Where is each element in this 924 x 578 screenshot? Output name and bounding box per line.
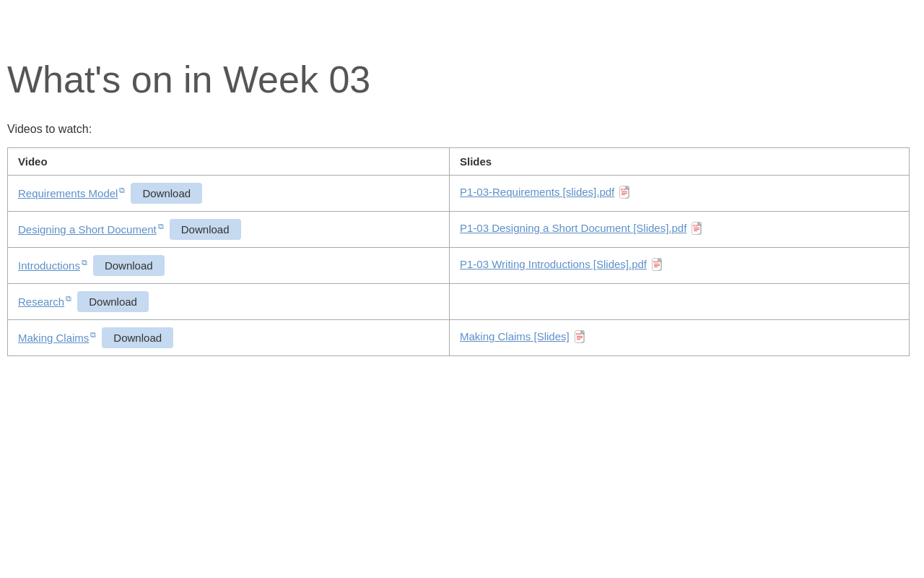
- table-row: Introductions⧉DownloadP1-03 Writing Intr…: [8, 248, 910, 284]
- content-table: Video Slides Requirements Model⧉Download…: [7, 147, 910, 356]
- video-link[interactable]: Introductions: [18, 259, 80, 272]
- pdf-icon: PDF: [570, 330, 588, 342]
- download-button[interactable]: Download: [131, 183, 202, 204]
- external-link-icon: ⧉: [82, 258, 87, 267]
- svg-rect-20: [577, 336, 583, 337]
- svg-rect-15: [654, 265, 660, 266]
- svg-rect-4: [622, 194, 625, 195]
- svg-rect-22: [577, 339, 580, 340]
- slides-cell: Making Claims [Slides] PDF: [450, 320, 910, 356]
- svg-text:PDF: PDF: [576, 333, 582, 336]
- subtitle: Videos to watch:: [7, 123, 910, 136]
- col-header-slides: Slides: [450, 148, 910, 176]
- slides-link[interactable]: P1-03 Writing Introductions [Slides].pdf: [460, 258, 647, 270]
- col-header-video: Video: [8, 148, 450, 176]
- slides-cell: P1-03 Designing a Short Document [Slides…: [450, 212, 910, 248]
- table-row: Research⧉Download: [8, 284, 910, 320]
- pdf-icon: PDF: [687, 222, 705, 234]
- external-link-icon: ⧉: [119, 186, 125, 194]
- video-link[interactable]: Research: [18, 296, 64, 308]
- svg-text:PDF: PDF: [621, 189, 627, 191]
- slides-cell: [450, 284, 910, 320]
- svg-rect-8: [694, 228, 699, 228]
- table-row: Making Claims⧉DownloadMaking Claims [Sli…: [8, 320, 910, 356]
- video-link[interactable]: Making Claims: [18, 332, 89, 344]
- video-cell: Introductions⧉Download: [8, 248, 450, 284]
- video-link[interactable]: Requirements Model: [18, 187, 118, 199]
- external-link-icon: ⧉: [158, 222, 164, 230]
- svg-rect-16: [654, 267, 658, 267]
- svg-rect-14: [654, 264, 660, 264]
- svg-rect-21: [577, 337, 583, 338]
- slides-link[interactable]: P1-03 Designing a Short Document [Slides…: [460, 222, 687, 234]
- download-button[interactable]: Download: [102, 327, 173, 348]
- external-link-icon: ⧉: [90, 330, 96, 339]
- table-row: Requirements Model⧉DownloadP1-03-Require…: [8, 176, 910, 212]
- external-link-icon: ⧉: [66, 294, 71, 303]
- slides-link[interactable]: P1-03-Requirements [slides].pdf: [460, 186, 614, 198]
- download-button[interactable]: Download: [77, 291, 149, 312]
- svg-text:PDF: PDF: [693, 225, 699, 228]
- pdf-icon: PDF: [614, 186, 633, 198]
- download-button[interactable]: Download: [93, 255, 165, 276]
- svg-rect-3: [622, 193, 627, 194]
- slides-link[interactable]: Making Claims [Slides]: [460, 330, 570, 342]
- video-cell: Research⧉Download: [8, 284, 450, 320]
- video-cell: Making Claims⧉Download: [8, 320, 450, 356]
- video-cell: Designing a Short Document⧉Download: [8, 212, 450, 248]
- svg-rect-10: [694, 230, 697, 231]
- svg-rect-2: [622, 191, 627, 192]
- slides-cell: P1-03 Writing Introductions [Slides].pdf…: [450, 248, 910, 284]
- svg-rect-9: [694, 229, 699, 230]
- svg-text:PDF: PDF: [653, 261, 659, 264]
- pdf-icon: PDF: [647, 258, 666, 270]
- video-cell: Requirements Model⧉Download: [8, 176, 450, 212]
- slides-cell: P1-03-Requirements [slides].pdf PDF: [450, 176, 910, 212]
- table-row: Designing a Short Document⧉DownloadP1-03…: [8, 212, 910, 248]
- download-button[interactable]: Download: [170, 219, 241, 240]
- page-title: What's on in Week 03: [7, 58, 910, 101]
- video-link[interactable]: Designing a Short Document: [18, 223, 157, 236]
